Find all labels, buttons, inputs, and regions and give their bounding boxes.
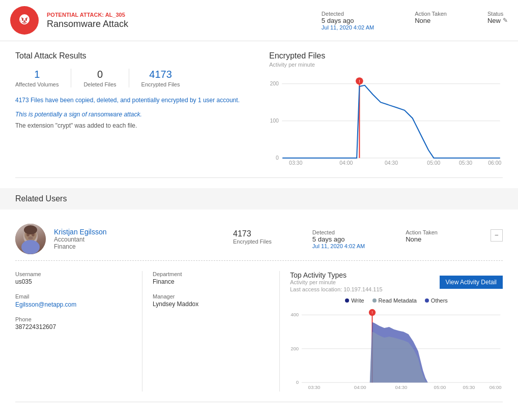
user-dept: Finance	[54, 243, 107, 250]
view-activity-button[interactable]: View Activity Detail	[440, 276, 503, 289]
activity-subtitle: Activity per minute	[290, 279, 383, 285]
alert-title: Ransomware Attack	[47, 19, 322, 29]
legend-others-label: Others	[431, 297, 448, 304]
svg-text:100: 100	[270, 118, 279, 124]
manager-label: Manager	[153, 293, 259, 299]
activity-location: Last access location: 10.197.144.115	[290, 286, 383, 292]
user-encrypted-label: Encrypted Files	[233, 238, 272, 245]
stat-label-deleted: Deleted Files	[83, 81, 116, 87]
activity-chart-svg: 400 200 0 ! 03:30	[290, 308, 503, 390]
stat-value-volumes: 1	[34, 69, 40, 80]
svg-text:0: 0	[276, 155, 279, 161]
detail-col-1: Username us035 Email Egilsson@netapp.com…	[15, 271, 132, 392]
svg-text:!: !	[371, 310, 372, 315]
detected-label: Detected	[322, 11, 374, 17]
status-group: Status New ✎	[487, 11, 508, 24]
svg-text:06:00: 06:00	[490, 384, 502, 390]
user-encrypted-value: 4173	[233, 229, 251, 238]
alert-header: $ POTENTIAL ATTACK: AL_305 Ransomware At…	[0, 0, 518, 41]
action-value: None	[415, 17, 447, 24]
detail-divider-2	[279, 271, 280, 392]
user-action-value: None	[406, 235, 421, 243]
user-detected-ago: 5 days ago	[312, 235, 345, 243]
legend-write: Write	[345, 297, 364, 304]
dept-field: Department Finance	[153, 271, 259, 285]
svg-text:03:30: 03:30	[308, 384, 321, 390]
stat-affected-volumes: 1 Affected Volumes	[15, 69, 71, 87]
email-field: Email Egilsson@netapp.com	[15, 293, 122, 308]
user-stats: 4173 Encrypted Files Detected 5 days ago…	[233, 229, 503, 249]
legend-read-metadata: Read Metadata	[372, 297, 417, 304]
user-detected-date: Jul 11, 2020 4:02 AM	[312, 243, 365, 249]
attack-left: Total Attack Results 1 Affected Volumes …	[15, 51, 249, 167]
stat-value-deleted: 0	[97, 69, 103, 80]
svg-point-25	[28, 236, 33, 239]
username-label: Username	[15, 271, 122, 277]
detected-ago: 5 days ago	[322, 17, 374, 24]
stat-label-encrypted: Encrypted Files	[141, 81, 180, 87]
activity-header: Top Activity Types Activity per minute L…	[290, 271, 503, 293]
user-name[interactable]: Kristjan Egilsson	[54, 228, 107, 236]
legend-write-dot	[345, 298, 349, 303]
svg-text:05:30: 05:30	[459, 160, 472, 166]
activity-title-group: Top Activity Types Activity per minute L…	[290, 271, 383, 293]
svg-text:05:30: 05:30	[463, 384, 475, 390]
username-field: Username us035	[15, 271, 122, 285]
email-value[interactable]: Egilsson@netapp.com	[15, 301, 76, 308]
action-group: Action Taken None	[415, 11, 447, 24]
alert-info: POTENTIAL ATTACK: AL_305 Ransomware Atta…	[47, 12, 322, 29]
svg-text:400: 400	[291, 312, 299, 317]
legend-read-label: Read Metadata	[379, 297, 417, 304]
username-value: us035	[15, 278, 122, 285]
legend-others: Others	[425, 297, 448, 304]
user-info: Kristjan Egilsson Accountant Finance	[54, 228, 107, 250]
edit-icon[interactable]: ✎	[503, 17, 508, 24]
user-role: Accountant	[54, 236, 107, 243]
user-encrypted-stat: 4173 Encrypted Files	[233, 229, 272, 245]
activity-chart-col: Top Activity Types Activity per minute L…	[290, 271, 503, 392]
collapse-button[interactable]: −	[491, 229, 503, 242]
user-card-header: Kristjan Egilsson Accountant Finance 417…	[15, 218, 503, 261]
user-action-label: Action Taken	[406, 229, 438, 235]
stat-value-encrypted: 4173	[149, 69, 172, 80]
svg-text:06:00: 06:00	[488, 160, 501, 166]
manager-value: Lyndsey Maddox	[153, 301, 259, 308]
alert-icon: $	[10, 6, 39, 35]
detail-col-2: Department Finance Manager Lyndsey Maddo…	[153, 271, 269, 392]
dept-label: Department	[153, 271, 259, 277]
manager-field: Manager Lyndsey Maddox	[153, 293, 259, 308]
svg-text:200: 200	[291, 346, 299, 351]
note-text: The extension "crypt" was added to each …	[15, 122, 249, 129]
user-detected-stat: Detected 5 days ago Jul 11, 2020 4:02 AM	[312, 229, 365, 249]
related-users-title: Related Users	[15, 194, 503, 203]
stat-label-volumes: Affected Volumes	[15, 81, 59, 87]
legend-write-label: Write	[351, 297, 364, 304]
user-details: Username us035 Email Egilsson@netapp.com…	[15, 261, 503, 402]
detected-date: Jul 11, 2020 4:02 AM	[322, 24, 374, 31]
svg-text:04:30: 04:30	[395, 384, 408, 390]
svg-text:05:00: 05:00	[427, 160, 440, 166]
legend-others-dot	[425, 298, 429, 303]
svg-point-26	[21, 240, 40, 254]
stat-deleted-files: 0 Deleted Files	[83, 69, 129, 87]
attack-section: Total Attack Results 1 Affected Volumes …	[15, 51, 503, 178]
main-content: Total Attack Results 1 Affected Volumes …	[0, 41, 518, 412]
stats-row: 1 Affected Volumes 0 Deleted Files 4173 …	[15, 69, 249, 87]
svg-marker-38	[365, 332, 500, 383]
encrypted-chart-svg: 200 100 0 ! 03:30 04:00	[269, 76, 503, 166]
legend-read-dot	[372, 298, 377, 303]
alert-label: POTENTIAL ATTACK: AL_305	[47, 12, 322, 18]
svg-text:04:30: 04:30	[385, 160, 398, 166]
svg-text:05:00: 05:00	[434, 384, 446, 390]
encrypted-chart-section: Encrypted Files Activity per minute 200 …	[269, 51, 503, 167]
attack-results-title: Total Attack Results	[15, 51, 249, 61]
stat-encrypted-files: 4173 Encrypted Files	[141, 69, 192, 87]
description-link[interactable]: 4173 Files have been copied, deleted, an…	[15, 96, 249, 105]
detail-divider-1	[142, 271, 142, 392]
encrypted-chart-subtitle: Activity per minute	[269, 62, 503, 68]
email-label: Email	[15, 293, 122, 299]
svg-point-27	[24, 225, 37, 234]
user-avatar	[15, 224, 46, 254]
status-label: Status	[487, 11, 508, 17]
phone-field: Phone 387224312607	[15, 316, 122, 331]
